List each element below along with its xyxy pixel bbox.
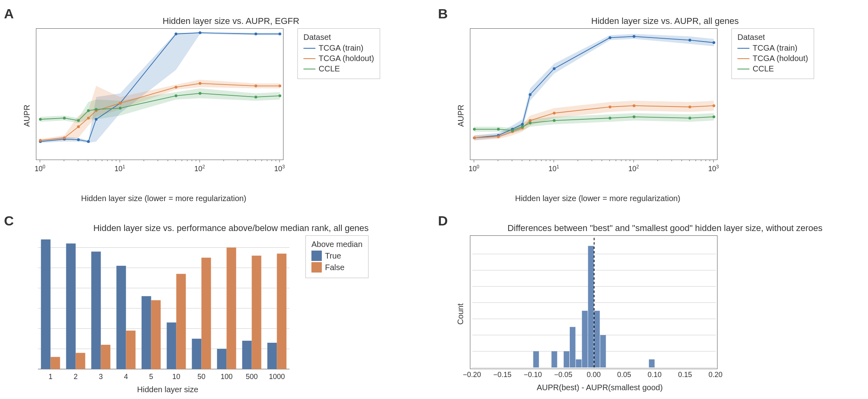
svg-text:100: 100: [469, 164, 480, 173]
svg-point-40: [254, 96, 257, 99]
svg-text:0.05: 0.05: [617, 371, 631, 379]
chart-title-b: Hidden layer size vs. AUPR, all genes: [470, 16, 860, 26]
svg-point-107: [497, 128, 500, 130]
svg-text:100: 100: [220, 373, 232, 381]
legend-item: True: [325, 251, 341, 261]
legend-item: CCLE: [319, 64, 340, 73]
svg-point-109: [521, 125, 524, 128]
svg-point-30: [254, 85, 257, 87]
svg-point-36: [95, 108, 97, 111]
svg-point-95: [713, 41, 715, 44]
panel-d: D Differences between "best" and "smalle…: [442, 215, 860, 394]
ylabel-a: AUPR: [22, 105, 32, 127]
panel-label-c: C: [4, 213, 14, 229]
legend-title-c: Above median: [311, 240, 363, 249]
svg-point-33: [63, 117, 66, 119]
svg-point-89: [521, 123, 524, 126]
svg-point-25: [87, 117, 90, 119]
svg-rect-176: [202, 258, 211, 369]
svg-rect-214: [582, 311, 588, 367]
svg-point-114: [688, 117, 691, 119]
plot-d: 02468101214: [470, 235, 717, 369]
svg-rect-173: [167, 322, 176, 369]
svg-point-21: [279, 33, 281, 36]
svg-rect-167: [91, 252, 101, 369]
svg-rect-218: [649, 359, 654, 367]
svg-text:4: 4: [124, 373, 128, 381]
svg-point-39: [199, 92, 202, 95]
svg-text:103: 103: [274, 164, 285, 173]
svg-point-108: [511, 129, 514, 132]
svg-text:−0.15: −0.15: [493, 371, 511, 379]
svg-point-104: [688, 106, 691, 109]
svg-point-16: [95, 118, 97, 121]
plot-c: 0102030405060: [36, 235, 291, 371]
svg-point-15: [87, 140, 90, 143]
ylabel-d: Count: [456, 303, 465, 324]
svg-point-27: [119, 102, 122, 105]
svg-point-92: [608, 36, 611, 39]
legend-item: False: [325, 263, 345, 272]
legend-item: TCGA (holdout): [319, 54, 374, 63]
svg-point-102: [608, 106, 611, 109]
svg-rect-213: [576, 359, 581, 367]
plot-b: 0.00.20.40.60.81.0: [470, 28, 717, 160]
svg-point-34: [77, 119, 80, 122]
svg-rect-216: [594, 311, 600, 367]
svg-point-14: [77, 138, 80, 141]
panel-label-a: A: [4, 6, 14, 22]
svg-point-29: [199, 82, 202, 85]
svg-point-31: [279, 85, 281, 87]
svg-point-112: [608, 117, 611, 119]
svg-text:0.20: 0.20: [708, 371, 722, 379]
legend-item: TCGA (train): [319, 43, 363, 53]
svg-rect-163: [41, 239, 51, 369]
svg-point-103: [633, 104, 636, 107]
svg-text:103: 103: [708, 164, 719, 173]
svg-rect-168: [101, 345, 111, 369]
svg-text:101: 101: [549, 164, 559, 173]
svg-point-19: [199, 32, 202, 34]
svg-point-38: [174, 95, 177, 97]
svg-rect-172: [151, 300, 161, 369]
svg-text:3: 3: [99, 373, 103, 381]
svg-rect-177: [217, 349, 227, 369]
svg-text:500: 500: [246, 373, 258, 381]
svg-text:102: 102: [628, 164, 639, 173]
legend-item: CCLE: [753, 64, 774, 73]
legend-a: Dataset TCGA (train) TCGA (holdout) CCLE: [297, 28, 380, 79]
panel-label-b: B: [438, 6, 448, 22]
svg-text:0.15: 0.15: [678, 371, 692, 379]
svg-point-41: [279, 95, 281, 97]
ylabel-b: AUPR: [456, 105, 466, 127]
svg-point-96: [473, 136, 476, 139]
svg-point-93: [633, 35, 636, 38]
svg-rect-215: [588, 246, 594, 367]
legend-title-a: Dataset: [303, 33, 374, 42]
svg-text:0.00: 0.00: [587, 371, 600, 379]
svg-rect-178: [227, 247, 236, 369]
svg-text:102: 102: [194, 164, 205, 173]
svg-text:1000: 1000: [269, 373, 285, 381]
svg-rect-166: [76, 353, 85, 369]
svg-rect-164: [51, 357, 60, 369]
legend-title-b: Dataset: [737, 33, 808, 42]
svg-rect-212: [570, 327, 575, 367]
panel-a: A Hidden layer size vs. AUPR, EGFR AUPR …: [8, 8, 426, 203]
panel-label-d: D: [438, 213, 448, 229]
legend-item: TCGA (holdout): [753, 54, 808, 63]
xlabel-c: Hidden layer size: [36, 385, 299, 394]
svg-text:−0.20: −0.20: [463, 371, 481, 379]
xlabel-d: AUPR(best) - AUPR(smallest good): [470, 383, 729, 392]
svg-text:10: 10: [172, 373, 180, 381]
svg-point-18: [174, 33, 177, 36]
svg-point-22: [39, 139, 42, 142]
svg-point-115: [713, 115, 715, 118]
svg-text:−0.10: −0.10: [524, 371, 542, 379]
svg-text:2: 2: [73, 373, 77, 381]
svg-point-113: [633, 115, 636, 118]
chart-title-c: Hidden layer size vs. performance above/…: [36, 223, 426, 233]
svg-point-97: [497, 135, 500, 138]
panel-b: B Hidden layer size vs. AUPR, all genes …: [442, 8, 860, 203]
svg-rect-171: [142, 296, 151, 369]
